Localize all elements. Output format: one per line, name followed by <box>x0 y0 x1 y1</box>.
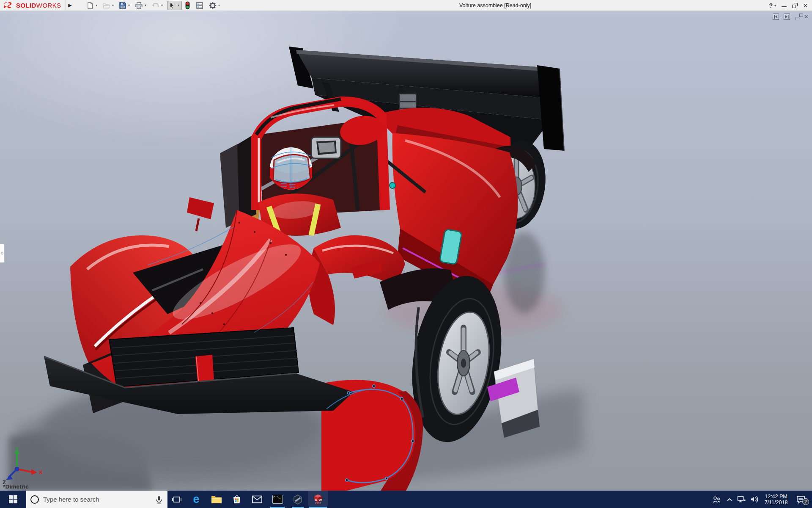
triad-x-label: X <box>39 469 43 475</box>
print-button[interactable]: ▾ <box>134 1 148 10</box>
people-icon <box>712 496 721 503</box>
taskbar-app-hexagon[interactable] <box>288 491 308 508</box>
driver-helmet <box>270 147 312 190</box>
speaker-icon <box>750 496 759 503</box>
undo-icon <box>151 2 159 9</box>
triad-y-label: Y <box>15 446 19 453</box>
brand-works: WORKS <box>36 2 61 9</box>
rebuild-button[interactable] <box>184 1 191 10</box>
hidden-icons-button[interactable] <box>724 491 735 508</box>
brand-solid: SOLID <box>16 2 36 9</box>
notification-badge: 2 <box>802 498 809 505</box>
people-button[interactable] <box>709 491 724 508</box>
new-caret[interactable]: ▾ <box>95 3 99 7</box>
open-caret[interactable]: ▾ <box>111 3 115 7</box>
solidworks-2017-icon: S W 2017 <box>313 494 324 505</box>
save-button[interactable]: ▾ <box>118 1 132 10</box>
file-properties-icon <box>196 2 203 9</box>
save-floppy-icon <box>119 2 126 9</box>
svg-text:S: S <box>315 498 318 502</box>
command-prompt-icon: C:\_ <box>272 495 283 504</box>
title-bar: SOLIDWORKS ▶ ▾ ▾ <box>0 0 812 11</box>
chevron-up-icon <box>727 497 732 502</box>
view-orientation-label: *Dimetric <box>3 483 29 490</box>
file-properties-button[interactable] <box>195 1 204 10</box>
print-caret[interactable]: ▾ <box>144 3 148 7</box>
start-button[interactable] <box>0 491 26 508</box>
open-folder-icon <box>102 2 110 9</box>
file-explorer-icon <box>211 495 222 504</box>
toolbar-flyout-arrow[interactable]: ▶ <box>66 0 74 11</box>
pin-icon <box>1 252 3 254</box>
select-caret[interactable]: ▾ <box>177 3 181 7</box>
microphone-icon[interactable] <box>155 495 163 504</box>
save-caret[interactable]: ▾ <box>127 3 131 7</box>
close-button[interactable]: ✕ <box>803 0 808 11</box>
pane-collapse-left-button[interactable] <box>773 14 779 20</box>
arrow-right-icon <box>785 15 789 19</box>
orientation-triad: Y X Z <box>0 446 47 485</box>
options-gear-icon <box>209 2 217 9</box>
taskbar-app-edge[interactable]: e <box>186 491 206 508</box>
rebuild-traffic-light-icon <box>185 1 190 9</box>
taskbar-app-mail[interactable] <box>247 491 267 508</box>
windows-logo-icon <box>9 495 17 504</box>
options-caret[interactable]: ▾ <box>217 3 221 7</box>
new-document-button[interactable]: ▾ <box>85 1 99 10</box>
select-button[interactable]: ▾ <box>167 1 182 10</box>
help-caret[interactable]: ▾ <box>774 0 776 11</box>
undo-button[interactable]: ▾ <box>151 1 165 10</box>
open-button[interactable]: ▾ <box>102 1 116 10</box>
pane-expand-right-button[interactable] <box>784 14 790 20</box>
quick-toolbar: ▾ ▾ ▾ <box>85 1 224 10</box>
window-title: Voiture assomblee [Read-only] <box>459 0 531 11</box>
feature-panel-tab[interactable] <box>0 243 5 263</box>
search-input[interactable]: Type here to search <box>26 491 167 508</box>
action-center-button[interactable]: 2 <box>791 491 810 508</box>
taskbar: Type here to search e <box>0 491 812 508</box>
clock[interactable]: 12:42 PM 7/11/2018 <box>761 491 791 508</box>
solidworks-logo: SOLIDWORKS <box>0 0 66 11</box>
print-icon <box>135 2 143 9</box>
minimize-button[interactable] <box>782 0 787 11</box>
edge-icon: e <box>193 494 199 505</box>
taskbar-app-store[interactable] <box>227 491 247 508</box>
undo-caret[interactable]: ▾ <box>160 3 164 7</box>
clock-time: 12:42 PM <box>761 494 791 500</box>
hexagon-app-icon <box>293 494 303 505</box>
select-cursor-icon <box>168 2 176 9</box>
ds-logo-icon <box>3 2 14 9</box>
task-view-icon <box>172 495 181 504</box>
task-view-button[interactable] <box>167 491 186 508</box>
taskbar-app-cmd[interactable]: C:\_ <box>267 491 288 508</box>
graphics-area[interactable]: ✕ Y X Z *Dimetric <box>0 11 812 491</box>
document-window-controls: ✕ <box>773 14 809 20</box>
taskbar-app-file-explorer[interactable] <box>206 491 227 508</box>
car-model <box>0 11 812 491</box>
volume-button[interactable] <box>748 491 761 508</box>
doc-close-button[interactable]: ✕ <box>804 14 809 19</box>
restore-button[interactable] <box>792 0 798 11</box>
clock-date: 7/11/2018 <box>761 500 791 505</box>
arrow-left-icon <box>774 15 778 19</box>
help-button[interactable]: ? <box>769 0 773 11</box>
system-tray: 12:42 PM 7/11/2018 2 <box>709 491 812 508</box>
search-placeholder: Type here to search <box>43 496 151 503</box>
mail-icon <box>252 495 262 503</box>
options-button[interactable]: ▾ <box>208 1 222 10</box>
store-icon <box>232 494 242 505</box>
cortana-icon <box>30 495 39 504</box>
svg-text:W: W <box>319 498 322 502</box>
window-controls: ? ▾ ✕ <box>769 0 808 11</box>
network-button[interactable] <box>735 491 748 508</box>
network-icon <box>737 496 746 503</box>
taskbar-app-solidworks[interactable]: S W 2017 <box>308 491 328 508</box>
new-document-icon <box>86 2 94 9</box>
